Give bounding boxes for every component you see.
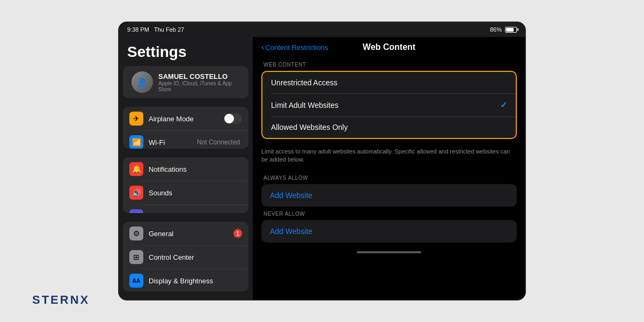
battery-percent: 86%	[490, 26, 502, 33]
sidebar-label-donotdisturb: Do Not Disturb	[149, 213, 242, 214]
general-icon: ⚙	[129, 226, 143, 240]
sidebar-section-notifications: 🔔 Notifications 🔊 Sounds 🌙 Do Not Distur…	[123, 157, 248, 213]
airplane-toggle[interactable]	[224, 113, 242, 124]
never-allow-label: NEVER ALLOW	[261, 211, 517, 217]
always-add-website-label: Add Website	[270, 191, 312, 200]
user-subtitle: Apple ID, iCloud, iTunes & App Store	[158, 80, 240, 92]
sidebar-item-airplane[interactable]: ✈ Airplane Mode	[123, 107, 248, 130]
back-button[interactable]: ‹ Content Restrictions	[261, 42, 328, 52]
user-name: SAMUEL COSTELLO	[158, 72, 240, 80]
airplane-icon: ✈	[129, 112, 143, 126]
always-allow-section: ALWAYS ALLOW Add Website	[261, 175, 517, 207]
avatar: 👤	[131, 71, 153, 93]
web-content-dropdown: Unrestricted Access Limit Adult Websites…	[261, 71, 517, 139]
general-badge: 1	[233, 229, 242, 238]
option-allowedonly-label: Allowed Websites Only	[271, 123, 348, 131]
panel-nav: ‹ Content Restrictions Web Content	[253, 37, 525, 57]
status-right: 86%	[490, 26, 517, 33]
web-content-label: WEB CONTENT	[261, 62, 517, 68]
scroll-indicator	[253, 247, 525, 258]
toggle-knob	[224, 114, 234, 123]
always-add-website-button[interactable]: Add Website	[261, 184, 517, 207]
battery-fill	[506, 28, 514, 32]
notifications-icon: 🔔	[129, 162, 143, 176]
sidebar-item-wifi[interactable]: 📶 Wi-Fi Not Connected	[123, 130, 248, 149]
wifi-value: Not Connected	[197, 138, 240, 146]
wifi-icon: 📶	[129, 135, 143, 149]
back-label: Content Restrictions	[265, 43, 328, 52]
never-allow-section: NEVER ALLOW Add Website	[261, 211, 517, 243]
sounds-icon: 🔊	[129, 186, 143, 200]
right-panel: ‹ Content Restrictions Web Content WEB C…	[253, 37, 525, 300]
sidebar-item-general[interactable]: ⚙ General 1	[123, 222, 248, 245]
selected-checkmark: ✓	[500, 100, 507, 110]
main-content: Settings 👤 SAMUEL COSTELLO Apple ID, iCl…	[119, 37, 525, 300]
web-content-section: WEB CONTENT Unrestricted Access Limit Ad…	[261, 62, 517, 139]
avatar-placeholder: 👤	[137, 77, 148, 87]
sidebar: Settings 👤 SAMUEL COSTELLO Apple ID, iCl…	[119, 37, 253, 300]
battery-icon	[505, 27, 517, 33]
branding: STERNX	[32, 293, 90, 307]
sidebar-label-general: General	[149, 230, 233, 238]
sidebar-label-display: Display & Brightness	[149, 277, 242, 285]
sidebar-label-controlcenter: Control Center	[149, 253, 242, 261]
back-chevron-icon: ‹	[261, 42, 264, 52]
user-info: SAMUEL COSTELLO Apple ID, iCloud, iTunes…	[158, 72, 240, 92]
option-limitadult-label: Limit Adult Websites	[271, 101, 339, 109]
never-add-website-button[interactable]: Add Website	[261, 220, 517, 243]
display-icon: AA	[129, 274, 143, 288]
web-content-description: Limit access to many adult websites auto…	[253, 143, 525, 171]
sidebar-label-airplane: Airplane Mode	[149, 115, 224, 123]
sidebar-item-sounds[interactable]: 🔊 Sounds	[123, 181, 248, 204]
sidebar-item-donotdisturb[interactable]: 🌙 Do Not Disturb	[123, 204, 248, 213]
sidebar-item-display[interactable]: AA Display & Brightness	[123, 269, 248, 291]
always-allow-label: ALWAYS ALLOW	[261, 175, 517, 181]
sidebar-item-controlcenter[interactable]: ⊞ Control Center	[123, 245, 248, 269]
option-unrestricted[interactable]: Unrestricted Access	[262, 72, 516, 93]
panel-title: Web Content	[363, 42, 415, 52]
status-bar: 9:38 PM Thu Feb 27 86%	[119, 22, 525, 37]
user-profile[interactable]: 👤 SAMUEL COSTELLO Apple ID, iCloud, iTun…	[123, 66, 248, 98]
never-add-website-label: Add Website	[270, 227, 312, 236]
device-frame: 9:38 PM Thu Feb 27 86% Settings 👤 SAMUEL…	[118, 21, 526, 301]
settings-title: Settings	[119, 37, 253, 66]
donotdisturb-icon: 🌙	[129, 209, 143, 213]
sidebar-label-sounds: Sounds	[149, 189, 242, 197]
sidebar-section-system: ⚙ General 1 ⊞ Control Center AA Display …	[123, 222, 248, 291]
status-time: 9:38 PM Thu Feb 27	[127, 26, 184, 33]
option-unrestricted-label: Unrestricted Access	[271, 78, 338, 87]
option-allowedonly[interactable]: Allowed Websites Only	[262, 116, 516, 138]
sidebar-item-notifications[interactable]: 🔔 Notifications	[123, 157, 248, 181]
sidebar-section-connectivity: ✈ Airplane Mode 📶 Wi-Fi Not Connected ◈ …	[123, 107, 248, 149]
sidebar-label-wifi: Wi-Fi	[149, 138, 197, 147]
option-limitadult[interactable]: Limit Adult Websites ✓	[262, 93, 516, 116]
sidebar-label-notifications: Notifications	[149, 165, 242, 173]
scroll-bar	[357, 251, 421, 253]
brand-text: STERNX	[32, 293, 90, 306]
controlcenter-icon: ⊞	[129, 250, 143, 264]
